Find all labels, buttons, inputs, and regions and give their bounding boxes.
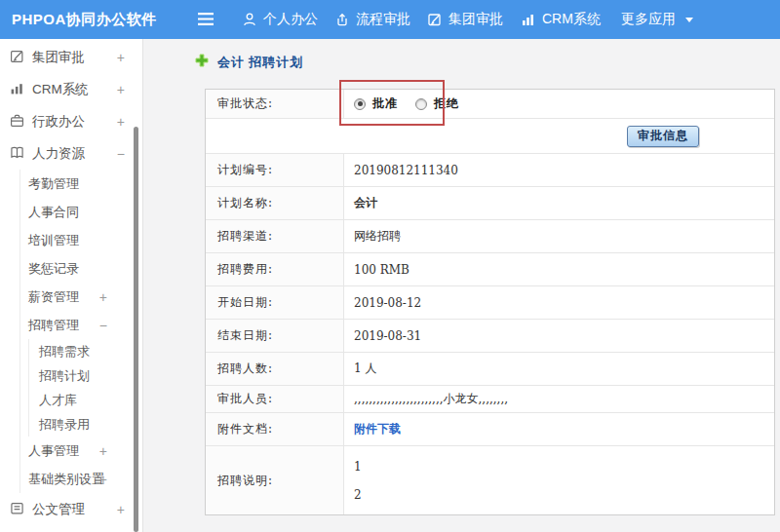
radio-approve-label: 批准: [372, 95, 398, 112]
sidebar-item-label: 招聘管理: [28, 317, 79, 334]
top-navbar: PHPOA协同办公软件 个人办公 流程审批 集团审批 CRM系统 更多应用: [0, 0, 780, 39]
sidebar-item-hr[interactable]: 人力资源 −: [0, 137, 142, 170]
sidebar-item-recruit-demand[interactable]: 招聘需求: [29, 339, 142, 363]
sidebar-item-recruit-hire[interactable]: 招聘录用: [29, 412, 142, 437]
field-label: 附件文档:: [206, 413, 344, 445]
table-row: 计划编号: 20190812111340: [206, 154, 774, 187]
hamburger-menu-icon[interactable]: [197, 12, 214, 30]
bar-chart-icon: [521, 12, 536, 27]
expand-icon[interactable]: +: [99, 443, 107, 459]
sidebar-item-personnel-mgmt[interactable]: 人事管理+: [20, 437, 142, 465]
nav-label: 个人办公: [263, 11, 318, 28]
sidebar-item-recruit-mgmt[interactable]: 招聘管理−: [20, 311, 142, 339]
table-row: 招聘费用: 100 RMB: [206, 253, 774, 286]
expand-icon[interactable]: +: [117, 502, 125, 517]
sidebar-item-hr-contract[interactable]: 人事合同: [20, 198, 142, 226]
field-label: 招聘说明:: [206, 446, 344, 514]
sidebar-item-recruit-plan[interactable]: 招聘计划: [29, 363, 142, 388]
field-value: 100 RMB: [344, 253, 774, 285]
description-line: 1: [354, 460, 362, 474]
app-title: PHPOA协同办公软件: [12, 0, 157, 39]
field-value: ,,,,,,,,,,,,,,,,,,,,,,,,小龙女,,,,,,,,: [344, 386, 774, 412]
sidebar-item-group-approval[interactable]: 集团审批 +: [0, 41, 142, 73]
approval-status-options: 批准 拒绝: [344, 90, 774, 118]
field-value: 1 2: [344, 446, 774, 514]
field-label: 审批状态:: [206, 90, 344, 118]
field-label: 计划编号:: [206, 154, 344, 186]
page-title-text: 会计 招聘计划: [217, 54, 303, 71]
field-value: 会计: [344, 187, 774, 219]
sidebar-item-label: 人才库: [39, 392, 77, 409]
expand-icon[interactable]: +: [117, 82, 125, 97]
field-value: 网络招聘: [344, 220, 774, 252]
field-value: 2019-08-31: [344, 320, 774, 352]
document-icon: [10, 501, 24, 518]
bar-chart-icon: [10, 81, 24, 98]
radio-reject[interactable]: [415, 98, 427, 110]
field-value: 2019-08-12: [344, 286, 774, 319]
radio-reject-label: 拒绝: [434, 95, 459, 112]
sidebar-item-label: 行政办公: [32, 113, 85, 131]
table-row: 招聘说明: 1 2: [206, 446, 774, 514]
nav-personal-office[interactable]: 个人办公: [242, 0, 318, 39]
table-row: 招聘渠道: 网络招聘: [206, 220, 774, 253]
expand-icon[interactable]: +: [117, 50, 125, 65]
sidebar-item-label: 培训管理: [28, 232, 79, 249]
field-label: 招聘人数:: [206, 353, 344, 385]
collapse-icon[interactable]: −: [117, 146, 125, 162]
attachment-download-link[interactable]: 附件下载: [354, 421, 401, 437]
radio-approve[interactable]: [354, 98, 366, 110]
approval-info-button[interactable]: 审批信息: [627, 126, 699, 147]
description-line: 2: [354, 488, 362, 502]
table-row: 附件文档: 附件下载: [206, 413, 774, 446]
nav-process-approval[interactable]: 流程审批: [334, 0, 410, 39]
main-content: 会计 招聘计划 审批状态: 批准 拒绝 审批信息 计划编号: 201908121…: [144, 39, 780, 532]
sidebar-item-rewards[interactable]: 奖惩记录: [20, 254, 142, 283]
sidebar-scrollbar[interactable]: [134, 127, 138, 532]
sidebar-item-talent-pool[interactable]: 人才库: [29, 388, 142, 412]
sidebar-item-label: 基础类别设置: [28, 471, 104, 488]
sidebar-item-label: 集团审批: [32, 49, 85, 66]
field-label: 招聘渠道:: [206, 220, 344, 252]
hr-submenu: 考勤管理 人事合同 培训管理 奖惩记录 薪资管理+ 招聘管理− 招聘需求 招聘计…: [20, 170, 142, 493]
field-label: 审批人员:: [206, 386, 344, 412]
field-label: 招聘费用:: [206, 253, 344, 285]
plus-icon: [195, 54, 209, 71]
page-title: 会计 招聘计划: [195, 54, 303, 71]
recruit-submenu: 招聘需求 招聘计划 人才库 招聘录用: [28, 339, 142, 437]
sidebar-item-label: 奖惩记录: [28, 260, 79, 278]
expand-icon[interactable]: +: [117, 114, 125, 130]
table-row: 计划名称: 会计: [206, 187, 774, 220]
nav-crm-system[interactable]: CRM系统: [521, 0, 601, 39]
sidebar-item-label: 人力资源: [32, 145, 85, 163]
expand-icon[interactable]: +: [99, 472, 107, 487]
upload-icon: [334, 12, 350, 27]
nav-more-apps[interactable]: 更多应用: [621, 0, 693, 39]
sidebar-item-label: 人事合同: [28, 204, 79, 221]
expand-icon[interactable]: +: [99, 289, 107, 305]
sidebar-item-crm[interactable]: CRM系统 +: [0, 73, 142, 105]
sidebar-item-salary[interactable]: 薪资管理+: [20, 283, 142, 311]
sidebar-item-label: 公文管理: [32, 501, 85, 518]
sidebar-item-vehicle[interactable]: 用车管理 +: [0, 525, 142, 532]
sidebar-item-attendance[interactable]: 考勤管理: [20, 170, 142, 198]
sidebar-item-admin-office[interactable]: 行政办公 +: [0, 105, 142, 137]
table-row: 审批人员: ,,,,,,,,,,,,,,,,,,,,,,,,小龙女,,,,,,,…: [206, 386, 774, 413]
sidebar-item-training[interactable]: 培训管理: [20, 226, 142, 254]
sidebar: 集团审批 + CRM系统 + 行政办公 + 人力资源 − 考勤管理 人事合同 培…: [0, 39, 143, 532]
nav-label: 更多应用: [621, 11, 676, 28]
table-row: 结束日期: 2019-08-31: [206, 320, 774, 353]
field-value: 20190812111340: [344, 154, 774, 186]
approval-button-row: 审批信息: [206, 119, 774, 154]
sidebar-item-label: 招聘录用: [39, 416, 90, 434]
sidebar-item-documents[interactable]: 公文管理 +: [0, 493, 142, 525]
nav-group-approval[interactable]: 集团审批: [427, 0, 503, 39]
sidebar-item-base-category[interactable]: 基础类别设置+: [20, 465, 142, 493]
nav-label: CRM系统: [542, 11, 601, 28]
collapse-icon[interactable]: −: [99, 318, 107, 333]
field-label: 计划名称:: [206, 187, 344, 219]
user-icon: [242, 12, 257, 27]
table-row: 招聘人数: 1 人: [206, 353, 774, 386]
sidebar-item-label: 招聘需求: [39, 343, 90, 361]
table-row: 开始日期: 2019-08-12: [206, 286, 774, 320]
